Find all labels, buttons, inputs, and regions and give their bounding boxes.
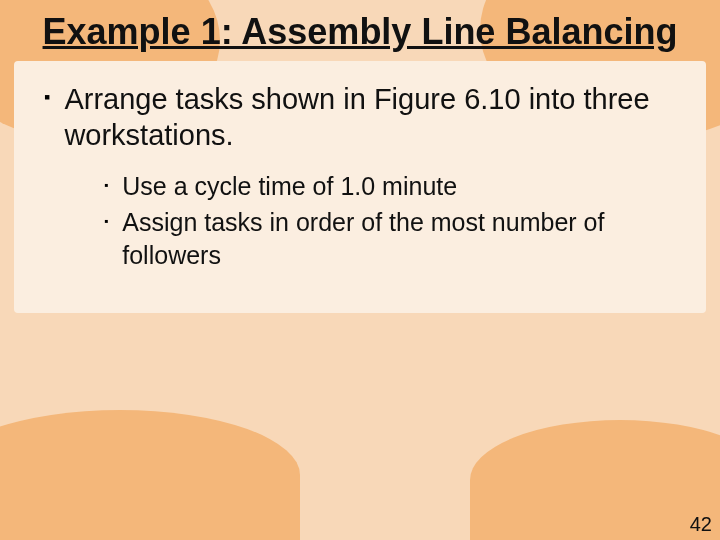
bullet-text: Arrange tasks shown in Figure 6.10 into … bbox=[64, 81, 676, 154]
body-panel: ▪ Arrange tasks shown in Figure 6.10 int… bbox=[14, 61, 706, 313]
bullet-marker-icon: ▪ bbox=[44, 87, 50, 108]
bullet-level2: ▪ Use a cycle time of 1.0 minute bbox=[104, 168, 666, 205]
bullet-level1: ▪ Arrange tasks shown in Figure 6.10 int… bbox=[14, 75, 706, 164]
slide: Example 1: Assembly Line Balancing ▪ Arr… bbox=[0, 0, 720, 540]
bullet-marker-icon: ▪ bbox=[104, 178, 108, 192]
sub-bullet-list: ▪ Use a cycle time of 1.0 minute ▪ Assig… bbox=[14, 164, 706, 274]
page-number: 42 bbox=[690, 513, 712, 536]
bullet-marker-icon: ▪ bbox=[104, 214, 108, 228]
sub-bullet-text: Use a cycle time of 1.0 minute bbox=[122, 170, 457, 203]
bullet-level2: ▪ Assign tasks in order of the most numb… bbox=[104, 204, 666, 273]
sub-bullet-text: Assign tasks in order of the most number… bbox=[122, 206, 666, 271]
slide-title: Example 1: Assembly Line Balancing bbox=[0, 0, 720, 53]
